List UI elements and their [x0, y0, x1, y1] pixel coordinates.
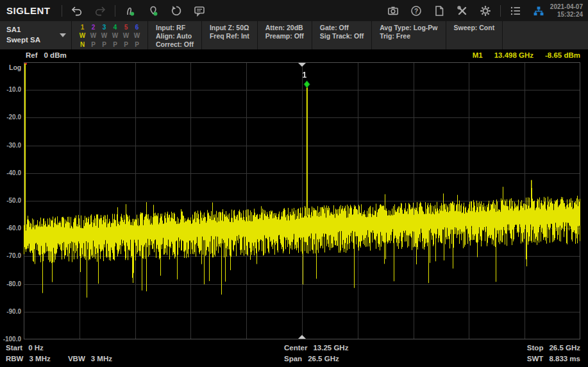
datetime: 2021-04-07 15:32:24 [550, 3, 588, 19]
trace-cell: N [78, 41, 87, 49]
file-icon[interactable] [428, 2, 451, 20]
graph-area: Log -10.0-20.0-30.0-40.0-50.0-60.0-70.0-… [0, 62, 588, 339]
trace-cell: W [78, 32, 87, 40]
trace-cell: 5 [122, 24, 130, 32]
y-axis-tick: -60.0 [0, 225, 21, 232]
sweep-time: SWT8.833 ms [527, 354, 580, 364]
trace-cell: W [133, 32, 141, 40]
freq-stop-block[interactable]: Stop26.5 GHz SWT8.833 ms [527, 343, 580, 364]
marker-readout[interactable]: M1 13.498 GHz -8.65 dBm [473, 51, 580, 59]
help-icon[interactable]: ? [405, 2, 428, 20]
trace-cell: W [122, 32, 130, 40]
start-frequency: Start0 Hz [6, 343, 112, 354]
center-frequency: Center13.25 GHz [284, 343, 348, 354]
marker-frequency: 13.498 GHz [494, 51, 533, 59]
list-menu-icon[interactable] [504, 2, 527, 20]
settings-gear-icon[interactable] [474, 2, 497, 20]
status-settings-bar: SA1 Swept SA 123456WWWWWWNPPPPP Input: R… [0, 21, 588, 49]
tools-icon[interactable] [451, 2, 474, 20]
time-text: 15:32:24 [550, 11, 583, 19]
status-group[interactable]: Sweep: Cont [446, 21, 503, 49]
y-axis-tick: -50.0 [0, 197, 21, 204]
date-text: 2021-04-07 [550, 3, 583, 11]
vbw-value: VBW3 MHz [68, 355, 112, 363]
mode-selector[interactable]: SA1 Swept SA [0, 21, 72, 49]
mode-type: Swept SA [6, 35, 40, 45]
pushpin-icon[interactable] [142, 2, 165, 20]
message-icon[interactable] [188, 2, 211, 20]
redo-icon[interactable] [88, 2, 112, 20]
chevron-down-icon [60, 33, 66, 37]
status-group[interactable]: Input: RFAlign: AutoCorrect: Off [148, 21, 202, 49]
status-group[interactable]: Gate: OffSig Track: Off [312, 21, 372, 49]
freq-center-block[interactable]: Center13.25 GHz Span26.5 GHz [284, 343, 348, 364]
spectrum-analyzer-app: SIGLENT [0, 0, 588, 367]
history-icon[interactable] [165, 2, 188, 20]
trace-cell: W [89, 32, 97, 40]
toolbar-divider [115, 5, 115, 17]
bottom-annotation-bar: Start0 Hz RBW3 MHz VBW3 MHz Center13.25 … [0, 342, 588, 366]
status-group[interactable]: Input Z: 50ΩFreq Ref: Int [202, 21, 258, 49]
freq-start-block[interactable]: Start0 Hz RBW3 MHz VBW3 MHz [6, 343, 112, 364]
trace-cell: 2 [89, 24, 97, 32]
y-axis-tick: -30.0 [0, 142, 21, 149]
trace-cell: P [89, 41, 97, 49]
rbw-value: RBW3 MHz [6, 355, 51, 363]
ref-marker-row: Ref0 dBm M1 13.498 GHz -8.65 dBm [0, 49, 588, 62]
y-axis-tick: -80.0 [0, 280, 21, 287]
trace-cell: P [133, 41, 141, 49]
y-axis-tick: -90.0 [0, 308, 21, 315]
y-axis-tick: -20.0 [0, 114, 21, 121]
marker-level: -8.65 dBm [545, 51, 580, 59]
trace-cell: 6 [133, 24, 141, 32]
stop-frequency: Stop26.5 GHz [527, 343, 580, 354]
probe-pin-icon[interactable] [119, 2, 142, 20]
mode-name: SA1 [6, 24, 40, 35]
status-group[interactable]: Atten: 20dBPreamp: Off [258, 21, 312, 49]
trace-cell: 4 [111, 24, 119, 32]
trace-table[interactable]: 123456WWWWWWNPPPPP [72, 21, 148, 49]
trace-cell: 3 [100, 24, 108, 32]
y-axis-tick: -70.0 [0, 252, 21, 259]
scale-label: Log [9, 64, 21, 71]
toolbar-divider [500, 5, 501, 17]
topbar: SIGLENT [0, 0, 588, 21]
siglent-logo: SIGLENT [0, 5, 58, 16]
undo-icon[interactable] [65, 2, 88, 20]
trace-cell: P [111, 41, 119, 49]
status-groups: Input: RFAlign: AutoCorrect: OffInput Z:… [148, 21, 503, 49]
ref-label: Ref [26, 51, 38, 59]
trace-cell: P [122, 41, 130, 49]
svg-text:?: ? [414, 7, 418, 14]
y-axis-tick: -40.0 [0, 169, 21, 176]
network-lan-icon[interactable] [527, 2, 550, 20]
y-axis-tick: -10.0 [0, 86, 21, 93]
ref-level[interactable]: Ref0 dBm [26, 51, 67, 59]
span-value: Span26.5 GHz [284, 354, 348, 364]
trace-cell: W [111, 32, 119, 40]
toolbar-divider [62, 5, 62, 17]
camera-icon[interactable] [382, 2, 405, 20]
trace-cell: 1 [78, 24, 87, 32]
trace-cell: P [100, 41, 108, 49]
ref-value: 0 dBm [44, 51, 67, 59]
marker-name: M1 [473, 51, 483, 59]
trace-cell: W [100, 32, 108, 40]
spectrum-canvas[interactable] [24, 62, 580, 339]
status-group[interactable]: Avg Type: Log-PwTrig: Free [372, 21, 446, 49]
